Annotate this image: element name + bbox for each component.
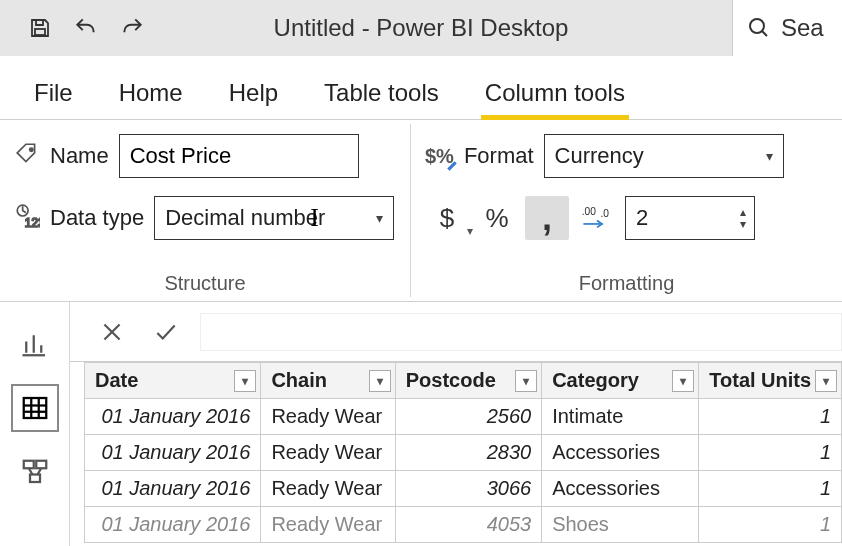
column-header-date[interactable]: Date bbox=[95, 369, 138, 391]
filter-icon[interactable] bbox=[515, 370, 537, 392]
thousands-separator-button[interactable]: , bbox=[525, 196, 569, 240]
column-header-category[interactable]: Category bbox=[552, 369, 639, 391]
svg-text:123: 123 bbox=[25, 216, 40, 229]
search-box[interactable]: Sea bbox=[732, 0, 842, 56]
table-row[interactable]: 01 January 2016 Ready Wear 2560 Intimate… bbox=[85, 399, 842, 435]
datatype-label: Data type bbox=[50, 205, 144, 231]
formula-cancel-button[interactable] bbox=[92, 312, 132, 352]
undo-icon[interactable] bbox=[72, 14, 100, 42]
percent-format-button[interactable]: % bbox=[475, 196, 519, 240]
svg-rect-13 bbox=[23, 398, 46, 418]
filter-icon[interactable] bbox=[234, 370, 256, 392]
svg-rect-19 bbox=[36, 461, 46, 469]
datatype-icon: 123 bbox=[14, 203, 40, 233]
table-row[interactable]: 01 January 2016 Ready Wear 2830 Accessor… bbox=[85, 435, 842, 471]
filter-icon[interactable] bbox=[369, 370, 391, 392]
table-row[interactable]: 01 January 2016 Ready Wear 3066 Accessor… bbox=[85, 471, 842, 507]
svg-rect-0 bbox=[35, 29, 45, 35]
save-icon[interactable] bbox=[26, 14, 54, 42]
tab-home[interactable]: Home bbox=[115, 69, 187, 119]
column-name-input[interactable] bbox=[119, 134, 359, 178]
data-grid[interactable]: Date Chain Postcode Category bbox=[84, 362, 842, 543]
percent-icon: % bbox=[485, 203, 508, 234]
currency-format-button[interactable]: $ ▾ bbox=[425, 196, 469, 240]
formula-commit-button[interactable] bbox=[146, 312, 186, 352]
column-header-postcode[interactable]: Postcode bbox=[406, 369, 496, 391]
filter-icon[interactable] bbox=[672, 370, 694, 392]
svg-point-3 bbox=[30, 148, 33, 151]
filter-icon[interactable] bbox=[815, 370, 837, 392]
tab-file[interactable]: File bbox=[30, 69, 77, 119]
name-icon bbox=[14, 141, 40, 171]
close-icon bbox=[99, 319, 125, 345]
svg-rect-20 bbox=[30, 475, 40, 483]
chevron-down-icon: ▾ bbox=[766, 148, 773, 164]
format-icon: $% bbox=[425, 145, 454, 168]
format-label: Format bbox=[464, 143, 534, 169]
model-view-button[interactable] bbox=[15, 452, 55, 492]
search-icon bbox=[747, 16, 771, 40]
comma-icon: , bbox=[542, 211, 552, 225]
decimals-icon: .00 .0 bbox=[580, 203, 614, 233]
svg-rect-18 bbox=[23, 461, 33, 469]
decimal-places-stepper[interactable]: 2 ▴ ▾ bbox=[625, 196, 755, 240]
formula-bar-input[interactable] bbox=[200, 313, 842, 351]
svg-text:.0: .0 bbox=[600, 208, 609, 219]
search-placeholder: Sea bbox=[781, 14, 824, 42]
column-header-totalunits[interactable]: Total Units bbox=[709, 369, 811, 391]
group-formatting-label: Formatting bbox=[425, 272, 828, 295]
group-structure-label: Structure bbox=[14, 272, 396, 295]
column-header-chain[interactable]: Chain bbox=[271, 369, 327, 391]
tab-column-tools[interactable]: Column tools bbox=[481, 69, 629, 119]
svg-line-2 bbox=[762, 31, 767, 36]
decrease-decimals-button[interactable]: .00 .0 bbox=[575, 196, 619, 240]
datatype-select[interactable]: Decimal number I ▾ bbox=[154, 196, 394, 240]
currency-icon: $ bbox=[440, 203, 454, 234]
chevron-down-icon: ▾ bbox=[467, 224, 473, 238]
name-label: Name bbox=[50, 143, 109, 169]
svg-point-1 bbox=[750, 19, 764, 33]
step-down-icon[interactable]: ▾ bbox=[740, 218, 746, 230]
tab-table-tools[interactable]: Table tools bbox=[320, 69, 443, 119]
data-view-button[interactable] bbox=[15, 388, 55, 428]
table-row[interactable]: 01 January 2016 Ready Wear 4053 Shoes 1 bbox=[85, 507, 842, 543]
svg-text:.00: .00 bbox=[582, 206, 596, 217]
format-select[interactable]: Currency ▾ bbox=[544, 134, 784, 178]
report-view-button[interactable] bbox=[15, 324, 55, 364]
decimal-places-value: 2 bbox=[626, 205, 732, 231]
tab-help[interactable]: Help bbox=[225, 69, 282, 119]
redo-icon[interactable] bbox=[118, 14, 146, 42]
format-value: Currency bbox=[555, 143, 644, 169]
datatype-value: Decimal number bbox=[165, 205, 325, 231]
chevron-down-icon: ▾ bbox=[376, 210, 383, 226]
check-icon bbox=[153, 319, 179, 345]
